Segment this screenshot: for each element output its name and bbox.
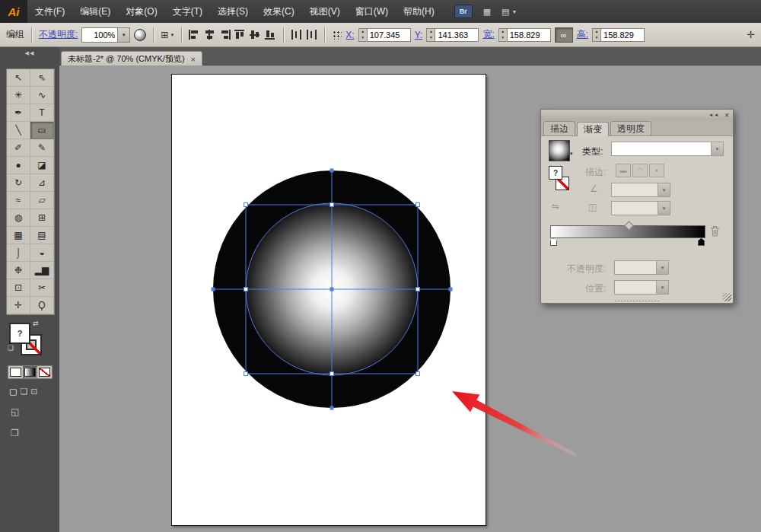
artboard-tool[interactable]: ⊡: [7, 279, 30, 297]
width-tool[interactable]: ≈: [7, 192, 30, 209]
stroke-across-button[interactable]: ◗: [649, 164, 664, 177]
panel-close-icon[interactable]: ×: [724, 111, 729, 119]
close-tab-icon[interactable]: ×: [191, 55, 196, 64]
height-field[interactable]: ▲ ▼: [592, 28, 645, 42]
tab-stroke[interactable]: 描边: [543, 121, 575, 135]
arrange-documents-icon[interactable]: ▤: [501, 7, 509, 17]
gradient-button[interactable]: [23, 366, 37, 378]
align-left-icon[interactable]: [189, 30, 200, 40]
panel-opacity-select[interactable]: ▼: [614, 260, 669, 275]
free-transform-tool[interactable]: ▱: [30, 192, 54, 209]
gradient-midpoint-handle[interactable]: [624, 221, 634, 231]
reverse-gradient-icon[interactable]: ⇋: [552, 201, 559, 212]
stepper-up-icon[interactable]: ▲: [427, 29, 435, 35]
angle-select[interactable]: ▼: [611, 183, 670, 197]
scale-tool[interactable]: ⊿: [30, 174, 54, 192]
eyedropper-tool[interactable]: ⌡: [7, 244, 30, 262]
aspect-ratio-caret-icon[interactable]: ▼: [658, 202, 670, 215]
height-stepper[interactable]: ▲ ▼: [592, 28, 600, 42]
shape-properties-dropdown[interactable]: ⊞ ▼: [161, 30, 174, 40]
eraser-tool[interactable]: ◪: [30, 157, 54, 174]
mesh-tool[interactable]: ▦: [7, 227, 30, 244]
stepper-down-icon[interactable]: ▼: [499, 35, 507, 41]
workspace-icon[interactable]: ▦: [483, 7, 491, 17]
rectangle-tool[interactable]: ▭: [30, 122, 54, 139]
width-stepper[interactable]: ▲ ▼: [498, 28, 507, 42]
delete-stop-icon[interactable]: [710, 225, 720, 237]
draw-normal-icon[interactable]: ▢: [9, 387, 17, 397]
direct-selection-tool[interactable]: ⇖: [30, 69, 54, 87]
menu-object[interactable]: 对象(O): [118, 0, 164, 23]
menu-type[interactable]: 文字(T): [165, 0, 210, 23]
position-caret-icon[interactable]: ▼: [656, 281, 668, 294]
y-label[interactable]: Y:: [415, 30, 423, 40]
hand-tool[interactable]: ✛: [7, 297, 30, 314]
align-middle-icon[interactable]: [250, 30, 261, 40]
panel-titlebar[interactable]: ◄◄ ×: [541, 110, 733, 120]
menu-file[interactable]: 文件(F): [27, 0, 72, 23]
stroke-within-button[interactable]: ▬: [616, 164, 631, 177]
panel-minimize-icon[interactable]: ◄◄: [708, 113, 719, 117]
align-right-icon[interactable]: [219, 30, 231, 40]
panel-resize-dots[interactable]: [614, 300, 660, 302]
position-select[interactable]: ▼: [614, 280, 669, 295]
distribute-vertical-icon[interactable]: [306, 30, 317, 40]
opacity-caret-icon[interactable]: ▼: [117, 28, 129, 42]
stroke-gradient-proxy[interactable]: ?: [549, 166, 562, 180]
gradient-tool[interactable]: ▤: [30, 227, 54, 244]
tab-gradient[interactable]: 渐变: [577, 122, 609, 136]
width-label[interactable]: 宽:: [482, 28, 494, 41]
draw-inside-icon[interactable]: ⊡: [30, 387, 37, 397]
width-field[interactable]: ▲ ▼: [498, 28, 551, 42]
menu-window[interactable]: 窗口(W): [348, 0, 396, 23]
stepper-up-icon[interactable]: ▲: [593, 29, 600, 35]
gradient-type-select[interactable]: ▼: [611, 142, 724, 156]
height-input[interactable]: [600, 28, 645, 42]
x-input[interactable]: [367, 28, 411, 42]
screen-mode-icon[interactable]: ◱: [11, 406, 19, 417]
reference-point-grid[interactable]: [332, 30, 342, 40]
stepper-down-icon[interactable]: ▼: [427, 35, 435, 41]
blob-brush-tool[interactable]: ●: [7, 157, 30, 174]
perspective-grid-tool[interactable]: ⊞: [30, 209, 54, 227]
fill-swatch[interactable]: ?: [9, 323, 30, 344]
y-field[interactable]: ▲ ▼: [426, 28, 479, 42]
height-label[interactable]: 高:: [577, 28, 588, 41]
gradient-fill-swatch[interactable]: [549, 140, 570, 161]
gradient-stop-white[interactable]: [550, 238, 557, 246]
type-tool[interactable]: T: [30, 104, 54, 122]
y-input[interactable]: [435, 28, 479, 42]
y-stepper[interactable]: ▲ ▼: [426, 28, 435, 42]
document-tab[interactable]: 未标题-2* @ 70% (CMYK/预览) ×: [61, 51, 202, 66]
panel-resize-grip[interactable]: [723, 293, 731, 301]
collapse-dock-icon[interactable]: ◀◀: [0, 47, 59, 59]
aspect-ratio-select[interactable]: ▼: [611, 201, 670, 215]
draw-behind-icon[interactable]: ❏: [20, 387, 27, 397]
width-input[interactable]: [507, 28, 551, 42]
stepper-up-icon[interactable]: ▲: [359, 29, 367, 35]
color-button[interactable]: [8, 366, 23, 378]
line-segment-tool[interactable]: ╲: [7, 122, 30, 139]
lasso-tool[interactable]: ∿: [30, 87, 54, 104]
align-bottom-icon[interactable]: [265, 30, 276, 40]
symbol-sprayer-tool[interactable]: ❉: [7, 262, 30, 279]
selection-tool[interactable]: ↖: [7, 69, 30, 87]
magic-wand-tool[interactable]: ✳: [7, 87, 30, 104]
gradient-swatch-caret-icon[interactable]: ▾: [570, 151, 573, 157]
angle-caret-icon[interactable]: ▼: [658, 183, 670, 196]
gradient-type-caret-icon[interactable]: ▼: [711, 142, 723, 155]
x-stepper[interactable]: ▲ ▼: [358, 28, 367, 42]
arrange-documents-caret-icon[interactable]: ▼: [511, 9, 517, 14]
tab-transparency[interactable]: 透明度: [610, 121, 651, 135]
paintbrush-tool[interactable]: ✐: [7, 139, 30, 157]
recolor-artwork-icon[interactable]: [134, 29, 146, 41]
stepper-up-icon[interactable]: ▲: [499, 29, 507, 35]
align-center-icon[interactable]: [204, 30, 215, 40]
transform-panel-icon[interactable]: ✛: [747, 29, 755, 40]
x-label[interactable]: X:: [345, 30, 354, 40]
stepper-down-icon[interactable]: ▼: [593, 35, 600, 41]
stepper-down-icon[interactable]: ▼: [359, 35, 367, 41]
gradient-stop-black[interactable]: [698, 238, 705, 246]
align-top-icon[interactable]: [234, 30, 246, 40]
menu-help[interactable]: 帮助(H): [396, 0, 442, 23]
